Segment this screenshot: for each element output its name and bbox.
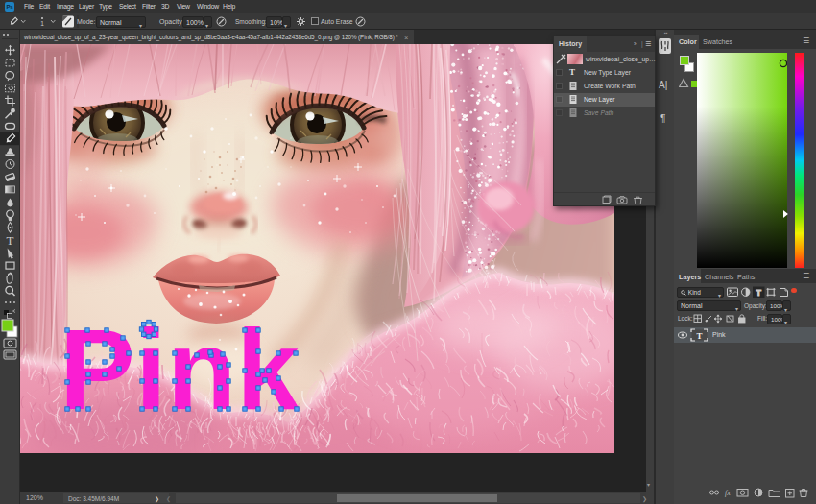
svg-text:T: T: [7, 233, 14, 248]
svg-text:T: T: [756, 288, 761, 298]
svg-text:T: T: [696, 331, 702, 341]
svg-text:fx: fx: [725, 489, 731, 497]
svg-text:1: 1: [40, 20, 44, 27]
